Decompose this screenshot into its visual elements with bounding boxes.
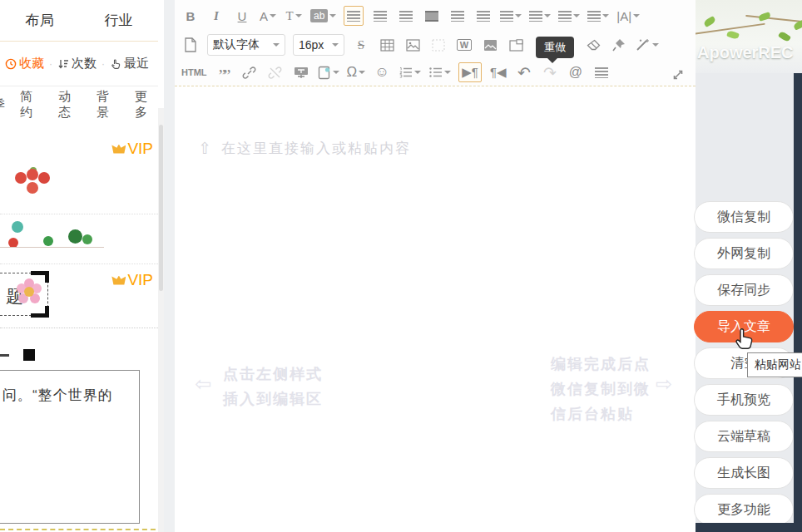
save-sync-button[interactable]: 保存同步 xyxy=(694,274,794,306)
caret-down-icon xyxy=(444,71,451,74)
align-left-button[interactable] xyxy=(344,6,364,26)
style-library-panel: 布局 行业 收藏 · 次数 · 最近 季 简约 动态 背景 更多 xyxy=(0,0,158,532)
mouse-cursor-hand xyxy=(734,326,755,356)
format-brush-button[interactable] xyxy=(610,35,628,55)
window-edge-bottom xyxy=(696,523,802,532)
caret-down-icon xyxy=(332,43,339,47)
paragraph-mark-button[interactable] xyxy=(592,62,611,82)
template-item-flower[interactable]: VIP xyxy=(0,123,158,214)
category-background[interactable]: 背景 xyxy=(97,89,120,121)
new-document-button[interactable] xyxy=(181,35,200,55)
remove-indent-button[interactable]: ¶◀ xyxy=(489,62,507,82)
highlight-color-button[interactable]: ab xyxy=(310,6,336,26)
emoji-button[interactable]: ☺ xyxy=(373,62,391,82)
category-simple[interactable]: 简约 xyxy=(20,89,43,121)
word-import-button[interactable]: W xyxy=(455,35,473,55)
plants-graphic xyxy=(0,221,116,256)
underline-button[interactable]: U xyxy=(233,6,251,26)
gallery-image-button[interactable] xyxy=(481,35,499,55)
ordered-list-button[interactable] xyxy=(399,62,421,82)
up-arrow-icon: ⇧ xyxy=(198,139,213,158)
find-replace-button[interactable]: @ xyxy=(567,62,585,82)
editor-content-area[interactable]: ⇧ 在这里直接输入或粘贴内容 ⇦ 点击左侧样式 插入到编辑区 编辑完成后点 微信… xyxy=(175,87,696,532)
italic-button[interactable]: I xyxy=(207,6,225,26)
fullscreen-button[interactable] xyxy=(669,65,687,85)
category-season[interactable]: 季 xyxy=(0,97,5,113)
image-text-button[interactable] xyxy=(423,6,441,26)
sort-favorites[interactable]: 收藏 xyxy=(3,56,46,71)
font-size-select[interactable]: 16px xyxy=(293,34,344,56)
generate-image-button[interactable]: 生成长图 xyxy=(694,457,794,489)
bold-button[interactable]: B xyxy=(181,6,200,26)
external-copy-button[interactable]: 外网复制 xyxy=(694,238,794,269)
paragraph-style-button[interactable] xyxy=(500,6,522,26)
first-line-indent-button[interactable]: ▶¶ xyxy=(458,62,482,82)
toolbar-row-3: HTML ”” Ω ☺ xyxy=(181,62,691,83)
paragraph-spacing-button[interactable] xyxy=(558,6,580,26)
tab-layout[interactable]: 布局 xyxy=(19,11,61,30)
gallery-image-icon xyxy=(483,39,498,52)
redo-button[interactable]: ↷ xyxy=(541,62,559,82)
special-char-button[interactable]: Ω xyxy=(347,62,366,82)
more-features-button[interactable]: 更多功能 xyxy=(694,494,794,525)
strikethrough-button[interactable]: S xyxy=(352,35,370,55)
template-insert-button[interactable] xyxy=(318,62,339,82)
left-panel-scrollbar[interactable] xyxy=(158,108,164,532)
blockquote-button[interactable]: ”” xyxy=(215,62,233,82)
new-document-icon xyxy=(184,37,197,52)
template-item-quote[interactable]: 问。“整个世界的 》 xyxy=(0,328,158,532)
phone-preview-button[interactable]: 手机预览 xyxy=(694,384,794,416)
sort-bar: 收藏 · 次数 · 最近 xyxy=(0,42,158,86)
crown-icon xyxy=(111,276,126,285)
pattern-button[interactable] xyxy=(429,35,448,55)
text-label-button[interactable] xyxy=(292,62,310,82)
sort-recent[interactable]: 最近 xyxy=(108,56,151,71)
window-edge-right xyxy=(794,73,802,532)
category-bar: 季 简约 动态 背景 更多 xyxy=(0,86,158,123)
cloud-draft-button[interactable]: 云端草稿 xyxy=(694,421,794,452)
square-mark xyxy=(23,349,35,361)
insert-image-button[interactable] xyxy=(403,35,422,55)
undo-button[interactable]: ↶ xyxy=(515,62,533,82)
caret-down-icon xyxy=(359,71,365,74)
title-char: 题 xyxy=(6,285,23,308)
eraser-button[interactable] xyxy=(584,35,602,55)
redo-tooltip: 重做 xyxy=(536,37,574,58)
dash-mark xyxy=(0,354,9,357)
paragraph-spacing-icon xyxy=(558,11,572,22)
caret-down-icon xyxy=(573,14,580,17)
category-dynamic[interactable]: 动态 xyxy=(58,89,82,121)
sort-count[interactable]: 次数 xyxy=(56,56,98,71)
align-center-button[interactable] xyxy=(371,6,389,26)
caret-down-icon xyxy=(273,43,280,47)
caret-down-icon xyxy=(515,14,522,17)
screenshot-button[interactable] xyxy=(507,35,525,55)
wechat-copy-button[interactable]: 微信复制 xyxy=(694,201,794,233)
quote-mark: 》 xyxy=(0,469,7,489)
template-item-plants[interactable] xyxy=(0,214,158,264)
list-style-icon xyxy=(587,11,601,22)
one-key-format-button[interactable] xyxy=(636,35,659,55)
line-height-button[interactable] xyxy=(529,6,551,26)
insert-link-button[interactable] xyxy=(240,62,259,82)
letter-spacing-button[interactable]: |A| xyxy=(616,6,640,26)
font-family-select[interactable]: 默认字体 xyxy=(207,34,285,56)
unordered-list-button[interactable] xyxy=(428,62,451,82)
tab-industry[interactable]: 行业 xyxy=(98,11,140,30)
text-style-button[interactable]: T xyxy=(285,6,303,26)
recorder-watermark: ApowerREC xyxy=(697,43,794,62)
align-justify-button[interactable] xyxy=(448,6,467,26)
style-tabs: 布局 行业 xyxy=(0,0,158,42)
pattern-icon xyxy=(432,39,445,52)
indent-left-button[interactable] xyxy=(474,6,493,26)
insert-table-button[interactable] xyxy=(378,35,396,55)
caret-down-icon xyxy=(414,71,421,74)
remove-link-button[interactable] xyxy=(266,62,285,82)
font-color-button[interactable]: A xyxy=(259,6,277,26)
list-style-button[interactable] xyxy=(587,6,609,26)
category-more[interactable]: 更多 xyxy=(135,89,158,121)
html-source-button[interactable]: HTML xyxy=(181,62,207,82)
pink-flower-graphic xyxy=(24,287,34,297)
align-right-button[interactable] xyxy=(397,6,415,26)
template-item-title[interactable]: VIP 题 xyxy=(0,264,158,328)
